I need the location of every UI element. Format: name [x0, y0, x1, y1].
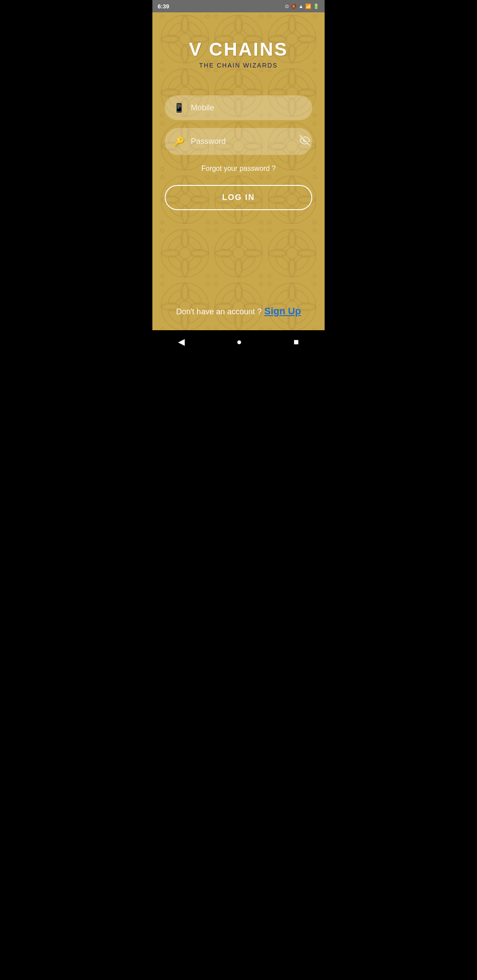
password-input-wrapper: 🔑 [165, 128, 312, 155]
app-title: V CHAINS [189, 39, 288, 60]
app-subtitle: THE CHAIN WIZARDS [189, 62, 288, 69]
recent-button[interactable]: ■ [284, 333, 307, 351]
mobile-input-wrapper: 📱 [165, 95, 312, 120]
mobile-icon: 📱 [174, 102, 185, 113]
signup-row: Don't have an account ? Sign Up [176, 305, 301, 317]
home-button[interactable]: ● [227, 333, 250, 351]
bell-mute-icon: 🔕 [291, 4, 297, 9]
login-button[interactable]: LOG IN [165, 185, 312, 210]
status-bar: 6:39 ⊙ 🔕 ▲ 📶 🔋 [152, 0, 325, 12]
mobile-input[interactable] [191, 103, 303, 113]
forgot-password-link[interactable]: Forgot your password ? [201, 165, 276, 173]
signup-link[interactable]: Sign Up [264, 305, 301, 317]
main-content: V CHAINS THE CHAIN WIZARDS 📱 🔑 [152, 12, 325, 330]
content-layer: V CHAINS THE CHAIN WIZARDS 📱 🔑 [152, 12, 325, 330]
battery-icon: 🔋 [313, 4, 319, 9]
screen: 6:39 ⊙ 🔕 ▲ 📶 🔋 [152, 0, 325, 353]
toggle-password-icon[interactable] [299, 135, 310, 148]
at-icon: ⊙ [285, 4, 289, 9]
nav-bar: ◀ ● ■ [152, 330, 325, 353]
status-time: 6:39 [158, 3, 169, 10]
password-input[interactable] [191, 137, 293, 146]
wifi-icon: ▲ [299, 4, 303, 9]
back-button[interactable]: ◀ [169, 333, 193, 351]
key-icon: 🔑 [174, 136, 185, 147]
status-icons: ⊙ 🔕 ▲ 📶 🔋 [285, 4, 319, 9]
logo-area: V CHAINS THE CHAIN WIZARDS [189, 39, 288, 69]
signal-icon: 📶 [305, 4, 311, 9]
signup-prompt: Don't have an account ? [176, 307, 262, 317]
